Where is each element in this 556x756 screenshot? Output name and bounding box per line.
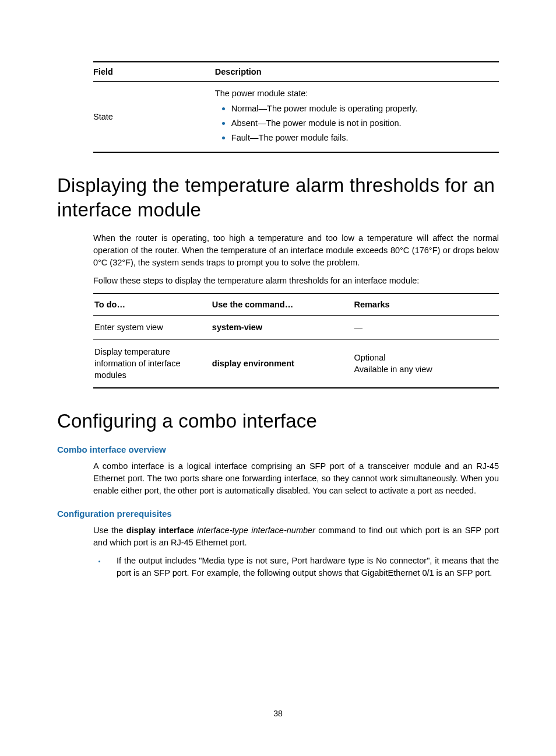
list-item: Absent—The power module is not in positi… bbox=[231, 117, 493, 129]
subheading-overview: Combo interface overview bbox=[57, 443, 499, 456]
prereq-cmd-italic: interface-type interface-number bbox=[194, 526, 315, 535]
heading-combo: Configuring a combo interface bbox=[57, 409, 499, 433]
cell-description: The power module state: Normal—The power… bbox=[215, 82, 499, 153]
desc-intro: The power module state: bbox=[215, 89, 308, 98]
th-remarks: Remarks bbox=[353, 293, 499, 316]
cell-todo: Display temperature information of inter… bbox=[93, 340, 211, 387]
th-command: Use the command… bbox=[211, 293, 353, 316]
steps-intro: Follow these steps to display the temper… bbox=[93, 275, 499, 287]
state-table: Field Description State The power module… bbox=[93, 61, 499, 153]
prereq-text: Use the bbox=[93, 526, 126, 535]
list-item: Normal—The power module is operating pro… bbox=[231, 102, 493, 114]
page-number: 38 bbox=[0, 708, 556, 720]
remark-text: — bbox=[354, 321, 493, 333]
remark-text: Available in any view bbox=[354, 363, 493, 375]
th-todo: To do… bbox=[93, 293, 211, 316]
combo-description: A combo interface is a logical interface… bbox=[93, 460, 499, 497]
table-row: Display temperature information of inter… bbox=[93, 340, 499, 387]
cell-remarks: — bbox=[353, 316, 499, 340]
steps-table: To do… Use the command… Remarks Enter sy… bbox=[93, 293, 499, 388]
cell-todo: Enter system view bbox=[93, 316, 211, 340]
table-row: State The power module state: Normal—The… bbox=[93, 82, 499, 153]
list-item: If the output includes "Media type is no… bbox=[106, 555, 499, 579]
temperature-description: When the router is operating, too high a… bbox=[93, 232, 499, 269]
table-row: Enter system view system-view — bbox=[93, 316, 499, 340]
prereq-para: Use the display interface interface-type… bbox=[93, 524, 499, 549]
list-item: Fault—The power module fails. bbox=[231, 131, 493, 144]
heading-temperature: Displaying the temperature alarm thresho… bbox=[57, 173, 499, 222]
subheading-prereq: Configuration prerequisites bbox=[57, 508, 499, 520]
cell-remarks: Optional Available in any view bbox=[353, 340, 499, 387]
cell-field: State bbox=[93, 82, 215, 153]
cell-command: system-view bbox=[211, 316, 353, 340]
th-field: Field bbox=[93, 62, 215, 82]
cell-command: display environment bbox=[211, 340, 353, 387]
th-description: Description bbox=[215, 62, 499, 82]
prereq-cmd-bold: display interface bbox=[126, 526, 194, 535]
remark-text: Optional bbox=[354, 352, 493, 363]
